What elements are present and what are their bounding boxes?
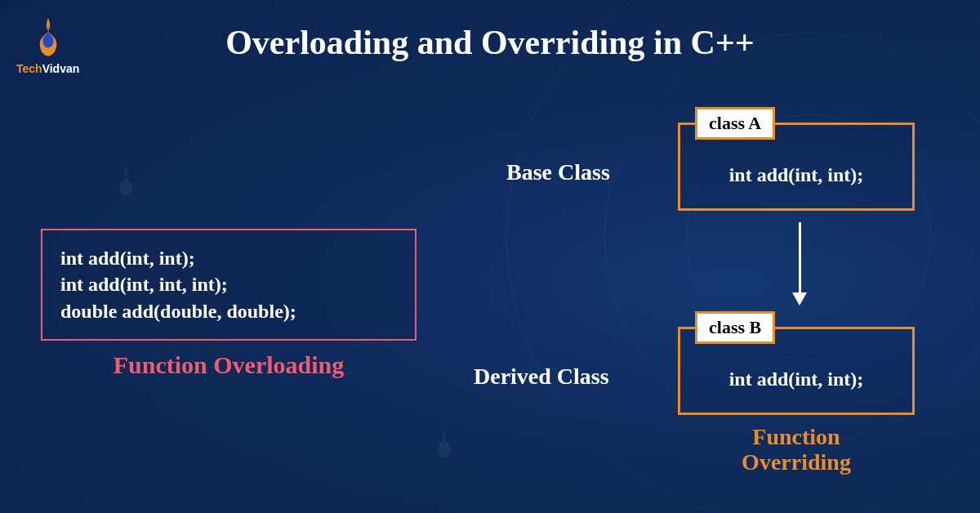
derived-class-label: Derived Class [474,364,609,390]
overriding-caption-line1: Function [752,424,840,449]
code-line: double add(double, double); [60,298,397,324]
overloading-code-box: int add(int, int); int add(int, int, int… [41,229,416,341]
watermark [106,163,145,203]
logo-text-part1: Tech [16,62,42,75]
overloading-caption: Function Overloading [41,351,416,379]
page-title: Overloading and Overriding in C++ [0,23,980,62]
code-line: int add(int, int); [60,245,397,271]
logo-text-part2: Vidvan [42,62,80,75]
watermark [425,425,464,464]
code-line: int add(int, int, int); [60,271,397,297]
logo-text: TechVidvan [16,62,79,75]
class-a-box: class A int add(int, int); [678,123,915,211]
class-b-tab: class B [695,311,775,344]
overriding-caption-line2: Overriding [742,449,851,475]
inheritance-arrow-icon [792,222,807,306]
base-class-label: Base Class [506,159,610,185]
class-a-tab: class A [695,107,775,140]
overriding-caption: Function Overriding [678,425,915,475]
class-b-box: class B int add(int, int); [678,327,915,415]
